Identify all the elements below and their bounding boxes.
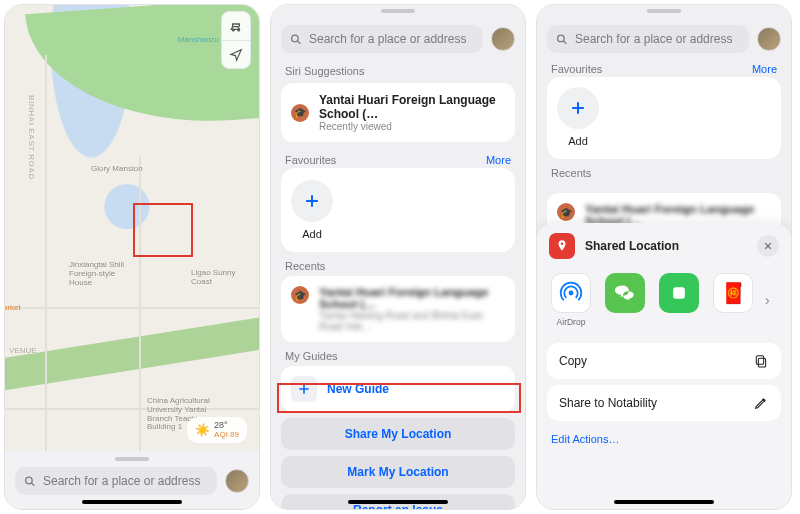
svg-point-2 [26, 477, 33, 484]
app-wechat[interactable] [603, 273, 647, 327]
map-label: Ligao Sunny Coast [191, 269, 237, 287]
app-4[interactable]: 🧧 [711, 273, 755, 327]
airdrop-icon [558, 280, 584, 306]
svg-rect-8 [756, 356, 763, 365]
search-input[interactable]: Search for a place or address [281, 25, 483, 53]
sheet-grabber[interactable] [647, 9, 681, 13]
search-placeholder: Search for a place or address [309, 32, 466, 46]
section-favourites: Favourites [551, 63, 602, 75]
copy-icon [753, 353, 769, 369]
plus-icon [302, 191, 322, 211]
add-favourite[interactable]: Add [557, 87, 599, 147]
app-icon [669, 283, 689, 303]
map-label: Glory Mansion [91, 165, 143, 174]
profile-avatar[interactable] [757, 27, 781, 51]
wechat-icon [614, 282, 636, 304]
search-placeholder: Search for a place or address [575, 32, 732, 46]
svg-point-3 [292, 35, 299, 42]
search-input[interactable]: Search for a place or address [15, 467, 217, 495]
search-input[interactable]: Search for a place or address [547, 25, 749, 53]
map-label: VENUE [9, 347, 37, 356]
share-notability-row[interactable]: Share to Notability [547, 385, 781, 421]
add-label: Add [557, 135, 599, 147]
favourites-more[interactable]: More [752, 63, 777, 75]
favourites-card: Add [547, 77, 781, 159]
profile-avatar[interactable] [225, 469, 249, 493]
weather-temp: 28° [214, 420, 239, 431]
sheet-grabber[interactable] [115, 457, 149, 461]
share-apps-row: AirDrop [537, 269, 791, 337]
school-icon: 🎓 [557, 203, 575, 221]
phone-share-sheet: Search for a place or address Favourites… [536, 4, 792, 510]
search-icon [23, 475, 37, 488]
weather-chip[interactable]: ☀️ 28° AQI 89 [187, 417, 247, 443]
map-controls [221, 11, 251, 69]
highlight-box-location [133, 203, 193, 257]
share-title: Shared Location [585, 239, 747, 253]
recent-subtitle: Yantai Haixing Road and Binhai East Road… [319, 310, 505, 332]
siri-item-subtitle: Recently viewed [319, 121, 505, 132]
sheet-grabber[interactable] [381, 9, 415, 13]
pencil-icon [753, 395, 769, 411]
share-notability-label: Share to Notability [559, 396, 657, 410]
app-airdrop[interactable]: AirDrop [549, 273, 593, 327]
map-road-label: BINHAI EAST ROAD [26, 95, 35, 180]
mark-my-location-button[interactable]: Mark My Location [281, 456, 515, 488]
app-icon: 🧧 [721, 281, 746, 305]
share-sheet: Shared Location [537, 223, 791, 509]
siri-card[interactable]: 🎓 Yantai Huari Foreign Language School (… [281, 83, 515, 142]
svg-point-0 [232, 29, 234, 31]
profile-avatar[interactable] [491, 27, 515, 51]
recent-card[interactable]: 🎓 Yantai Huari Foreign Language School (… [281, 276, 515, 342]
map-label: Manshanzu [178, 35, 219, 44]
add-favourite[interactable]: Add [291, 180, 333, 240]
home-indicator [348, 500, 448, 504]
school-icon: 🎓 [291, 286, 309, 304]
location-pin-icon [549, 233, 575, 259]
section-recents: Recents [537, 159, 791, 183]
app-3[interactable] [657, 273, 701, 327]
locate-icon[interactable] [222, 40, 250, 68]
favourites-card: Add [281, 168, 515, 252]
map-label: Jinxiangtai Shili Foreign-style House [69, 261, 129, 287]
section-recents: Recents [271, 252, 525, 276]
svg-rect-7 [758, 358, 765, 367]
recent-title: Yantai Huari Foreign Language School (… [319, 286, 505, 310]
search-icon [289, 33, 303, 46]
section-guides: My Guides [271, 342, 525, 366]
section-favourites: Favourites [285, 154, 336, 166]
highlight-box-share [277, 383, 521, 413]
school-icon: 🎓 [291, 104, 309, 122]
copy-row[interactable]: Copy [547, 343, 781, 379]
siri-item-title: Yantai Huari Foreign Language School (… [319, 93, 505, 121]
favourites-more[interactable]: More [486, 154, 511, 166]
search-placeholder: Search for a place or address [43, 474, 200, 488]
home-indicator [82, 500, 182, 504]
share-my-location-button[interactable]: Share My Location [281, 418, 515, 450]
svg-point-1 [238, 29, 240, 31]
app-label: AirDrop [557, 317, 586, 327]
section-siri: Siri Suggestions [271, 57, 525, 81]
svg-rect-6 [673, 287, 685, 299]
map-label: arket [4, 303, 21, 312]
chevron-right-icon: › [765, 292, 770, 308]
svg-point-4 [558, 35, 565, 42]
home-indicator [614, 500, 714, 504]
add-label: Add [291, 228, 333, 240]
weather-aqi: AQI 89 [214, 430, 239, 440]
edit-actions-link[interactable]: Edit Actions… [537, 421, 791, 457]
close-icon [763, 241, 773, 251]
phone-map: Manshanzu Glory Mansion Jinxiangtai Shil… [4, 4, 260, 510]
copy-label: Copy [559, 354, 587, 368]
phone-sheet-expanded: Search for a place or address Siri Sugge… [270, 4, 526, 510]
search-icon [555, 33, 569, 46]
plus-icon [568, 98, 588, 118]
close-button[interactable] [757, 235, 779, 257]
directions-icon[interactable] [222, 12, 250, 40]
sun-icon: ☀️ [195, 423, 210, 437]
svg-point-5 [569, 291, 574, 296]
